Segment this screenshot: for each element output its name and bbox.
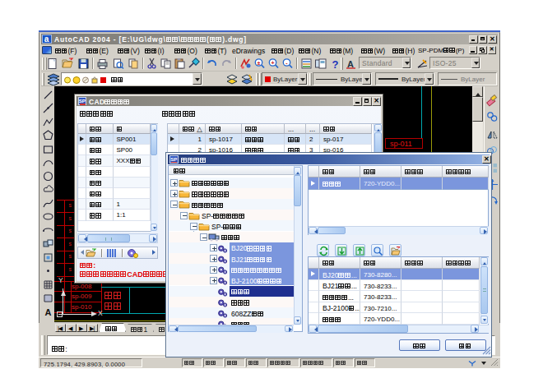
svg-text:A: A bbox=[347, 59, 354, 69]
svg-text:?: ? bbox=[332, 58, 339, 70]
svg-text:±: ± bbox=[258, 59, 261, 65]
svg-text:+: + bbox=[271, 59, 274, 65]
svg-text:A: A bbox=[44, 307, 51, 317]
